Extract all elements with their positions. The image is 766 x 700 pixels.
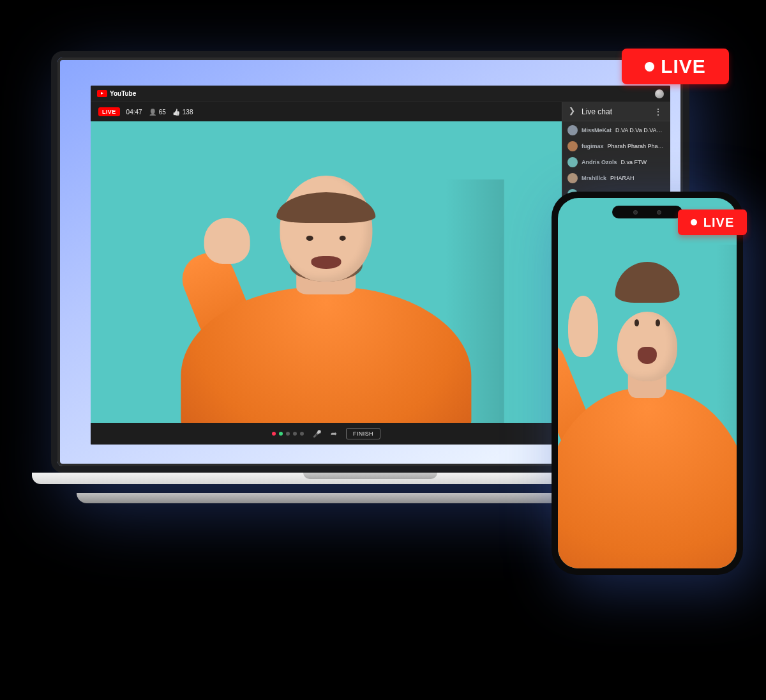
chat-message: MissMeKatD.VA D.Va D.VAAAA <box>567 125 665 135</box>
viewer-count-value: 65 <box>159 109 166 116</box>
like-count-value: 138 <box>183 109 193 116</box>
chat-message: Andris OzolsD.va FTW <box>567 157 665 167</box>
live-chat-title: Live chat <box>582 107 612 116</box>
chat-collapse-icon[interactable]: ❮ <box>569 107 575 116</box>
finish-button[interactable]: FINISH <box>346 428 380 439</box>
mic-icon[interactable] <box>313 430 322 438</box>
elapsed-time: 04:47 <box>126 109 142 116</box>
chat-text: D.va FTW <box>621 159 647 165</box>
phone-device: LIVE <box>552 192 743 575</box>
chat-text: PHARAH <box>610 175 635 181</box>
phone-sensor-icon <box>657 210 661 215</box>
chat-username: MrshIllck <box>582 175 606 181</box>
video-area: LIVE 04:47 65 138 <box>91 102 562 445</box>
phone-notch <box>612 206 682 218</box>
viewers-icon <box>149 109 156 116</box>
chat-message: MrshIllckPHARAH <box>567 173 665 183</box>
likes-icon <box>172 109 180 116</box>
chat-more-icon[interactable]: ⋮ <box>654 107 664 116</box>
live-chat-header: ❮ Live chat ⋮ <box>562 102 670 121</box>
chat-avatar <box>567 157 578 167</box>
chat-message: fugimaxPharah Pharah Pharah! 👊 <box>567 141 665 151</box>
live-video-frame[interactable] <box>91 121 562 423</box>
youtube-logo[interactable]: YouTube <box>97 90 136 97</box>
share-icon[interactable] <box>331 429 337 438</box>
live-badge-phone-text: LIVE <box>703 215 734 230</box>
live-dot-icon <box>691 219 697 225</box>
scene-dots[interactable] <box>272 432 304 436</box>
viewer-count: 65 <box>149 109 166 116</box>
video-bottombar: FINISH <box>91 423 562 445</box>
presenter-illustration <box>161 167 492 423</box>
live-badge-laptop-text: LIVE <box>661 56 706 77</box>
live-dot-icon <box>645 62 654 72</box>
chat-avatar <box>567 173 578 183</box>
chat-text: D.VA D.Va D.VAAAA <box>615 127 665 133</box>
chat-username: MissMeKat <box>582 127 612 133</box>
like-count: 138 <box>172 109 193 116</box>
live-indicator-chip: LIVE <box>98 107 120 116</box>
live-badge-laptop: LIVE <box>622 49 729 84</box>
phone-screen[interactable] <box>558 198 737 568</box>
video-topbar: LIVE 04:47 65 138 <box>91 102 562 121</box>
youtube-header: YouTube <box>91 86 670 102</box>
chat-username: fugimax <box>582 143 604 149</box>
account-avatar[interactable] <box>655 89 664 98</box>
presenter-illustration-phone <box>558 227 737 568</box>
chat-text: Pharah Pharah Pharah! 👊 <box>608 143 665 149</box>
youtube-logo-icon <box>97 90 107 97</box>
chat-avatar <box>567 141 578 151</box>
chat-avatar <box>567 125 578 135</box>
chat-username: Andris Ozols <box>582 159 617 165</box>
live-badge-phone: LIVE <box>678 209 747 235</box>
youtube-brand-text: YouTube <box>110 90 136 97</box>
phone-camera-icon <box>633 210 638 215</box>
